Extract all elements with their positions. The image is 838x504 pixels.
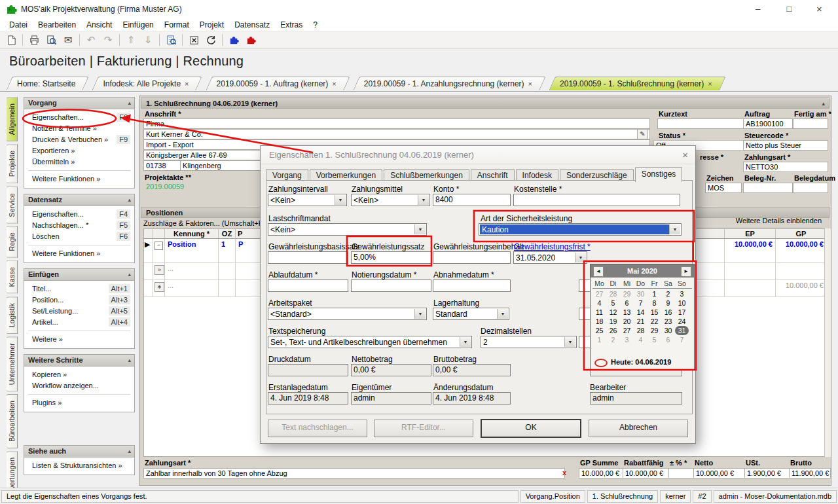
calendar-day-9[interactable]: 9: [661, 298, 675, 308]
calendar-next-icon[interactable]: ►: [681, 266, 691, 277]
calendar-day-1-adjacent[interactable]: 1: [592, 335, 606, 344]
menu-bearbeiten[interactable]: Bearbeiten: [33, 18, 81, 31]
calendar-day-19[interactable]: 19: [606, 317, 620, 326]
sidebar-item-eigenschaften[interactable]: Eigenschaften...F8: [24, 112, 134, 123]
menu-ansicht[interactable]: Ansicht: [81, 18, 117, 31]
tab-close-icon[interactable]: ×: [528, 80, 532, 88]
projektakte-value[interactable]: 2019.00059: [146, 183, 184, 190]
kurztext-field[interactable]: [657, 118, 744, 129]
plugin-blue-icon[interactable]: [226, 33, 242, 47]
row-selector[interactable]: [144, 263, 153, 280]
sidebar-item-löschen[interactable]: LöschenF6: [24, 231, 134, 242]
calendar-day-11[interactable]: 11: [592, 308, 606, 317]
edit-address-icon[interactable]: ✎: [637, 129, 648, 139]
calendar-day-30-adjacent[interactable]: 30: [634, 289, 647, 298]
dropdown-icon[interactable]: ▼: [414, 225, 426, 234]
dropdown-icon[interactable]: ▼: [497, 309, 508, 319]
calendar-day-6-adjacent[interactable]: 6: [661, 335, 675, 344]
row-selector[interactable]: ▶: [144, 239, 153, 263]
dropdown-icon[interactable]: ▼: [564, 337, 575, 347]
cell-kennung[interactable]: ...: [165, 280, 219, 297]
sidebar-item-weitere[interactable]: Weitere »: [24, 334, 134, 345]
panel-header-weitere-schritte[interactable]: Weitere Schritte▴: [24, 355, 134, 367]
calendar-day-30[interactable]: 30: [661, 326, 675, 335]
lagerhaltung-combo[interactable]: Standard▼: [433, 308, 509, 320]
calendar-day-22[interactable]: 22: [647, 317, 661, 326]
sidebar-item-position[interactable]: Position...Alt+3: [24, 295, 134, 306]
undo-icon[interactable]: ↶: [83, 33, 99, 47]
dropdown-icon[interactable]: ▼: [575, 253, 586, 262]
calendar-day-1[interactable]: 1: [647, 289, 661, 298]
auftrag-field[interactable]: AB1900100: [743, 118, 793, 129]
sidebar-item-artikel[interactable]: Artikel...Alt+4: [24, 317, 134, 328]
mail-icon[interactable]: ✉: [60, 33, 76, 47]
calendar-day-21[interactable]: 21: [634, 317, 647, 326]
calendar-day-23[interactable]: 23: [661, 317, 675, 326]
ablaufdatum-field[interactable]: [268, 279, 348, 292]
print-icon[interactable]: [26, 33, 42, 47]
cell-gp[interactable]: [776, 263, 826, 280]
calendar-day-20[interactable]: 20: [620, 317, 634, 326]
cell-ep[interactable]: [725, 280, 776, 297]
gwl-frist-combo[interactable]: 31.05.2020▼: [513, 251, 587, 264]
calendar-day-13[interactable]: 13: [620, 308, 634, 317]
move-down-icon[interactable]: ⇓: [140, 33, 156, 47]
dropdown-icon[interactable]: ▼: [669, 225, 680, 234]
plz-field[interactable]: 01738: [143, 160, 183, 171]
tab-infodesk-alle-projekte[interactable]: Infodesk: Alle Projekte×: [95, 77, 199, 90]
kostenstelle-field[interactable]: [513, 194, 680, 206]
calendar-day-14[interactable]: 14: [634, 308, 647, 317]
tab-2019-00059-1-schlußrechnung-kerner[interactable]: 2019.00059 - 1. Schlußrechnung (kerner)×: [552, 77, 723, 90]
calendar-day-10[interactable]: 10: [675, 298, 689, 308]
cell-oz[interactable]: [219, 280, 236, 297]
col-gp[interactable]: GP: [776, 229, 826, 239]
row-selector[interactable]: [144, 280, 153, 297]
zahlungsintervall-combo[interactable]: <Kein>▼: [268, 194, 347, 206]
sidebar-item-plugins[interactable]: Plugins »: [24, 397, 134, 408]
textspeicherung-combo[interactable]: Set-, Text- und Artikelbeschreibungen üb…: [268, 336, 472, 348]
calendar-day-31[interactable]: 31: [675, 326, 689, 335]
dropdown-icon[interactable]: ▼: [414, 309, 426, 319]
rabatt-prozent-field[interactable]: [668, 468, 696, 478]
notierungsdatum-field[interactable]: [351, 279, 431, 292]
refresh-icon[interactable]: [203, 33, 219, 47]
calendar-day-27[interactable]: 27: [620, 326, 634, 335]
sidebar-item-titel[interactable]: Titel...Alt+1: [24, 283, 134, 295]
calendar-day-4-adjacent[interactable]: 4: [634, 335, 647, 344]
zahlungsart-bottom-field[interactable]: Zahlbar innerhalb von 30 Tagen ohne Abzu…: [143, 468, 565, 478]
dialog-title[interactable]: Eigenschaften 1. Schlußrechnung 04.06.20…: [261, 146, 695, 164]
cell-kennung[interactable]: Position: [165, 239, 219, 263]
lastschriftmandat-combo[interactable]: <Kein>▼: [268, 223, 427, 236]
collapse-icon[interactable]: ▴: [128, 269, 131, 280]
sidebar-item-kopieren[interactable]: Kopieren »: [24, 369, 134, 380]
menu-extras[interactable]: Extras: [275, 18, 308, 31]
calendar-day-29[interactable]: 29: [647, 326, 661, 335]
calendar-day-6[interactable]: 6: [620, 298, 634, 308]
fertig-am-field[interactable]: [793, 118, 828, 129]
calendar-day-7[interactable]: 7: [634, 298, 647, 308]
panel-header-vorgang[interactable]: Vorgang▴: [24, 98, 134, 109]
maximize-button[interactable]: □: [774, 0, 804, 18]
calendar-day-3[interactable]: 3: [675, 289, 689, 298]
print-preview-icon[interactable]: [43, 33, 59, 47]
col-kennung[interactable]: Kennung *: [165, 229, 219, 239]
sicherheitsleistung-combo[interactable]: Kaution▼: [479, 223, 682, 236]
menu-format[interactable]: Format: [159, 18, 194, 31]
tree-toggle[interactable]: −: [153, 239, 165, 263]
collapse-icon[interactable]: ▴: [128, 355, 131, 366]
calendar-day-3-adjacent[interactable]: 3: [620, 335, 634, 344]
menu-[interactable]: ?: [308, 18, 323, 31]
calendar-day-5[interactable]: 5: [606, 298, 620, 308]
panel-header-einfügen[interactable]: Einfügen▴: [24, 269, 134, 281]
zahlungsmittel-combo[interactable]: <Kein>▼: [351, 194, 430, 206]
cell-oz[interactable]: 1: [219, 239, 236, 263]
tab-close-icon[interactable]: ×: [332, 80, 336, 88]
zuschlaege-link[interactable]: Zuschläge & Faktoren... (Umschalt+F8): [143, 219, 269, 227]
plugin-red-icon[interactable]: [243, 33, 259, 47]
rail-tab-regie[interactable]: Regie: [7, 226, 18, 258]
vertical-scrollbar[interactable]: [824, 228, 831, 457]
cancel-box-icon[interactable]: [186, 33, 202, 47]
panel-header-siehe-auch[interactable]: Siehe auch▴: [24, 446, 134, 458]
calendar-day-28[interactable]: 28: [634, 326, 647, 335]
weitere-details-link[interactable]: Weitere Details einblenden: [736, 217, 822, 225]
